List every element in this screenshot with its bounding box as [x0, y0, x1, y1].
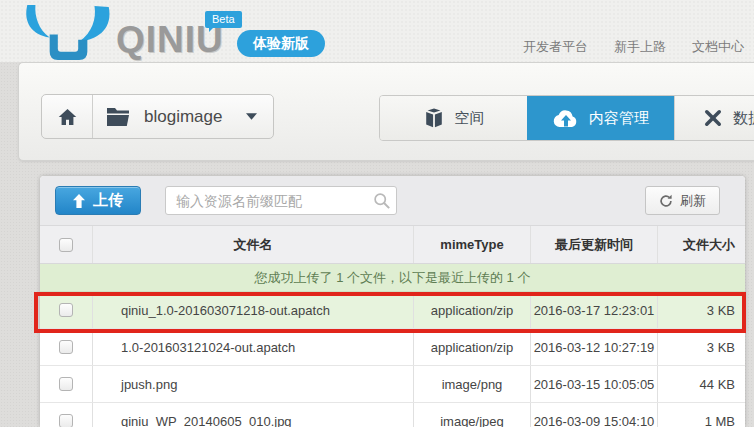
column-header-updated: 最后更新时间: [530, 226, 657, 263]
upload-button-label: 上传: [93, 191, 123, 210]
file-name: qiniu_1.0-201603071218-out.apatch: [92, 292, 413, 328]
file-size: 3 KB: [657, 292, 745, 328]
tab-space-label: 空间: [455, 109, 485, 128]
file-mimetype: application/zip: [413, 292, 530, 328]
table-header-row: 文件名 mimeType 最后更新时间 文件大小: [40, 226, 745, 264]
qiniu-logo[interactable]: QINIU: [22, 0, 224, 62]
qiniu-console-screen: QINIU Beta 体验新版 开发者平台 新手上路 文档中心 blogimag…: [0, 0, 754, 427]
bucket-name: blogimage: [144, 107, 222, 127]
file-updated: 2016-03-12 10:27:19: [530, 329, 657, 365]
column-header-filename: 文件名: [92, 226, 413, 263]
tab-content-management-label: 内容管理: [589, 109, 649, 128]
tab-space[interactable]: 空间: [380, 96, 527, 140]
nav-link-doc-center[interactable]: 文档中心: [692, 38, 744, 56]
chevron-down-icon: [246, 113, 257, 120]
row-checkbox[interactable]: [59, 340, 73, 354]
file-updated: 2016-03-17 12:23:01: [530, 292, 657, 328]
beta-badge: Beta: [205, 11, 242, 28]
file-mimetype: application/zip: [413, 329, 530, 365]
breadcrumb: blogimage: [41, 94, 274, 139]
upload-success-notice: 您成功上传了 1 个文件，以下是最近上传的 1 个: [40, 264, 745, 292]
site-header: QINIU Beta 体验新版 开发者平台 新手上路 文档中心: [0, 0, 754, 62]
box-icon: [423, 107, 445, 129]
upload-arrow-icon: [73, 194, 85, 208]
upload-button[interactable]: 上传: [55, 186, 141, 215]
file-toolbar: 上传 刷新: [40, 176, 745, 226]
home-button[interactable]: [42, 95, 93, 138]
tab-data-processing-label: 数据: [733, 109, 754, 128]
table-row[interactable]: qiniu_1.0-201603071218-out.apatch applic…: [40, 292, 745, 329]
search-icon[interactable]: [373, 192, 390, 209]
table-row[interactable]: jpush.png image/png 2016-03-15 10:05:05 …: [40, 366, 745, 403]
file-name: qiniu_WP_20140605_010.jpg: [92, 403, 413, 427]
file-name: 1.0-201603121024-out.apatch: [92, 329, 413, 365]
file-name: jpush.png: [92, 366, 413, 402]
bull-logo-icon: [22, 4, 114, 60]
file-updated: 2016-03-15 10:05:05: [530, 366, 657, 402]
file-size: 1 MB: [657, 403, 745, 427]
cloud-upload-icon: [553, 108, 579, 128]
file-updated: 2016-03-09 15:04:10: [530, 403, 657, 427]
table-row[interactable]: qiniu_WP_20140605_010.jpg image/jpeg 201…: [40, 403, 745, 427]
row-checkbox[interactable]: [59, 414, 73, 427]
bucket-selector[interactable]: blogimage: [93, 107, 273, 127]
section-tabs: 空间 内容管理 数据: [379, 95, 754, 141]
column-header-mimetype: mimeType: [413, 226, 530, 263]
file-mimetype: image/png: [413, 366, 530, 402]
search-input[interactable]: [165, 186, 397, 215]
tab-content-management[interactable]: 内容管理: [527, 96, 674, 140]
nav-link-developer-platform[interactable]: 开发者平台: [523, 38, 588, 56]
home-icon: [57, 107, 78, 127]
tab-data-processing[interactable]: 数据: [674, 96, 754, 140]
row-checkbox[interactable]: [59, 377, 73, 391]
tools-icon: [703, 108, 723, 128]
file-size: 3 KB: [657, 329, 745, 365]
refresh-button[interactable]: 刷新: [645, 186, 720, 215]
column-header-size: 文件大小: [657, 226, 745, 263]
refresh-icon: [659, 194, 673, 208]
folder-icon: [106, 107, 130, 126]
try-new-version-button[interactable]: 体验新版: [237, 30, 325, 57]
row-checkbox[interactable]: [59, 303, 73, 317]
top-nav: 开发者平台 新手上路 文档中心: [523, 38, 744, 56]
file-mimetype: image/jpeg: [413, 403, 530, 427]
file-size: 44 KB: [657, 366, 745, 402]
refresh-button-label: 刷新: [680, 192, 706, 210]
navigation-panel: blogimage 空间 内容管理: [18, 62, 754, 161]
file-manager-panel: 上传 刷新 文件名 mimeType 最后更新时间: [40, 176, 745, 427]
table-row[interactable]: 1.0-201603121024-out.apatch application/…: [40, 329, 745, 366]
search-box: [165, 186, 397, 215]
select-all-checkbox[interactable]: [59, 238, 73, 252]
nav-link-getting-started[interactable]: 新手上路: [614, 38, 666, 56]
